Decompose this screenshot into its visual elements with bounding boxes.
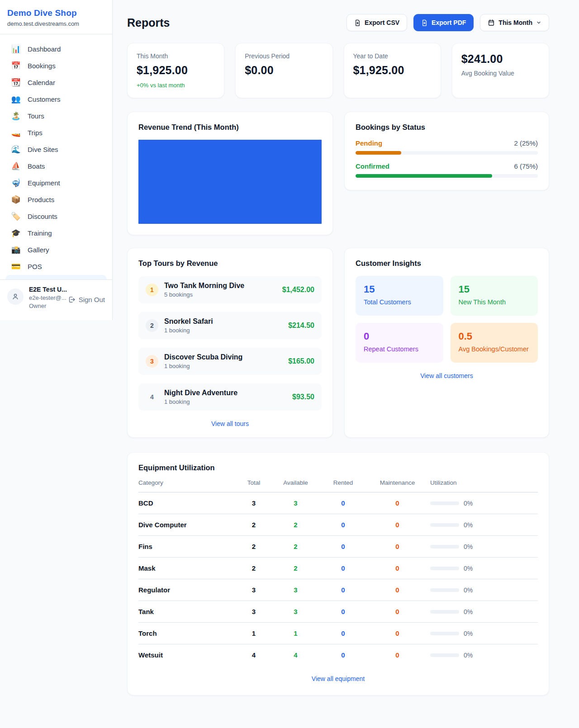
utilization-pct: 0%	[464, 630, 473, 637]
utilization-pct: 0%	[464, 521, 473, 529]
charts-row: Revenue Trend (This Month) Bookings by S…	[127, 112, 549, 235]
total-cell: 1	[238, 629, 270, 637]
shop-domain: demo.test.divestreams.com	[7, 20, 105, 27]
equipment-icon: 🤿	[11, 179, 21, 187]
training-icon: 🎓	[11, 229, 21, 237]
sidebar-item-pos[interactable]: 💳 POS	[5, 258, 107, 275]
table-row: Torch 1 1 0 0 0%	[138, 623, 538, 644]
insight-label: Avg Bookings/Customer	[459, 345, 530, 353]
calendar-outline-icon	[488, 19, 495, 26]
chevron-down-icon	[536, 20, 541, 25]
view-all-tours-link[interactable]: View all tours	[138, 420, 322, 427]
tour-name: Night Dive Adventure	[164, 389, 292, 397]
utilization-cell: 0%	[430, 630, 538, 637]
insight-tile-new-this-month: 15 New This Month	[451, 276, 538, 316]
tour-name: Discover Scuba Diving	[164, 353, 288, 361]
total-cell: 3	[238, 499, 270, 507]
tour-row: 3 Discover Scuba Diving 1 booking $165.0…	[138, 348, 322, 375]
header-actions: Export CSV Export PDF This Month	[346, 14, 549, 31]
revenue-bar	[138, 140, 322, 224]
utilization-cell: 0%	[430, 565, 538, 572]
column-header-maintenance: Maintenance	[369, 479, 426, 486]
period-dropdown[interactable]: This Month	[480, 14, 549, 31]
column-header-total: Total	[238, 479, 270, 486]
column-header-rented: Rented	[322, 479, 365, 486]
view-all-customers-link[interactable]: View all customers	[356, 372, 538, 379]
table-row: Fins 2 2 0 0 0%	[138, 536, 538, 558]
view-all-equipment-link[interactable]: View all equipment	[138, 675, 538, 682]
tour-revenue: $1,452.00	[282, 286, 314, 294]
revenue-trend-card: Revenue Trend (This Month)	[127, 112, 333, 235]
stat-note: +0% vs last month	[137, 82, 215, 89]
sidebar-item-label: Equipment	[28, 179, 60, 187]
rented-cell: 0	[322, 629, 365, 637]
status-label: Pending	[356, 139, 382, 147]
sidebar-item-label: Discounts	[28, 213, 57, 220]
person-icon	[11, 293, 19, 301]
tour-revenue: $165.00	[288, 357, 314, 365]
export-pdf-button[interactable]: Export PDF	[413, 14, 474, 31]
pos-icon: 💳	[11, 263, 21, 270]
utilization-bar-track	[430, 501, 459, 505]
insight-tile-total-customers: 15 Total Customers	[356, 276, 443, 316]
status-row-pending: Pending 2 (25%)	[356, 139, 538, 155]
sidebar-item-label: Gallery	[28, 246, 49, 254]
stat-value: $1,925.00	[137, 64, 215, 77]
sidebar-item-label: Calendar	[28, 79, 55, 86]
category-cell: Mask	[138, 564, 233, 572]
sidebar-item-equipment[interactable]: 🤿 Equipment	[5, 175, 107, 191]
sidebar-item-products[interactable]: 📦 Products	[5, 191, 107, 208]
total-cell: 4	[238, 651, 270, 659]
export-csv-button[interactable]: Export CSV	[346, 14, 407, 31]
dashboard-icon: 📊	[11, 45, 21, 53]
customer-insights-card: Customer Insights 15 Total Customers 15 …	[344, 248, 549, 438]
sign-out-button[interactable]: Sign Out	[68, 296, 105, 303]
total-cell: 2	[238, 543, 270, 550]
stat-label: Previous Period	[245, 52, 323, 60]
available-cell: 2	[274, 543, 317, 550]
insights-row: Top Tours by Revenue 1 Two Tank Morning …	[127, 248, 549, 438]
utilization-pct: 0%	[464, 543, 473, 550]
category-cell: BCD	[138, 499, 233, 507]
avatar	[7, 288, 24, 305]
sidebar-item-bookings[interactable]: 📅 Bookings	[5, 57, 107, 74]
category-cell: Regulator	[138, 586, 233, 594]
available-cell: 3	[274, 499, 317, 507]
sidebar-item-tours[interactable]: 🏝️ Tours	[5, 108, 107, 124]
insight-value: 0.5	[459, 331, 530, 342]
category-cell: Tank	[138, 608, 233, 615]
sidebar-item-gallery[interactable]: 📸 Gallery	[5, 241, 107, 258]
column-header-available: Available	[274, 479, 317, 486]
tour-bookings: 5 bookings	[164, 291, 282, 298]
utilization-bar-track	[430, 588, 459, 592]
sidebar-item-discounts[interactable]: 🏷️ Discounts	[5, 208, 107, 225]
category-cell: Wetsuit	[138, 651, 233, 659]
maintenance-cell: 0	[369, 651, 426, 659]
sidebar-item-calendar[interactable]: 📆 Calendar	[5, 74, 107, 91]
main-content: Reports Export CSV Export PDF This Month…	[113, 0, 579, 714]
utilization-pct: 0%	[464, 500, 473, 507]
available-cell: 4	[274, 651, 317, 659]
sidebar-user-panel: E2E Test U... e2e-tester@... Owner Sign …	[0, 279, 112, 313]
utilization-bar-track	[430, 610, 459, 614]
status-bar-fill	[356, 174, 492, 178]
customer-insights-title: Customer Insights	[356, 259, 538, 268]
bookings-by-status-title: Bookings by Status	[356, 123, 538, 132]
rented-cell: 0	[322, 543, 365, 550]
insight-label: Total Customers	[364, 298, 435, 306]
stat-card-year-to-date: Year to Date $1,925.00	[344, 43, 441, 98]
category-cell: Dive Computer	[138, 521, 233, 529]
sidebar-item-dashboard[interactable]: 📊 Dashboard	[5, 41, 107, 57]
page-title: Reports	[127, 16, 170, 29]
sidebar-item-customers[interactable]: 👥 Customers	[5, 91, 107, 108]
sidebar-item-dive-sites[interactable]: 🌊 Dive Sites	[5, 141, 107, 158]
stats-row: This Month $1,925.00 +0% vs last month P…	[127, 43, 549, 98]
export-pdf-label: Export PDF	[432, 19, 466, 26]
category-cell: Torch	[138, 629, 233, 637]
file-download-icon	[354, 19, 361, 26]
sidebar-item-label: Dive Sites	[28, 146, 58, 153]
status-bar-track	[356, 174, 538, 178]
sidebar-item-boats[interactable]: ⛵ Boats	[5, 158, 107, 175]
sidebar-item-training[interactable]: 🎓 Training	[5, 225, 107, 241]
sidebar-item-trips[interactable]: 🚤 Trips	[5, 124, 107, 141]
